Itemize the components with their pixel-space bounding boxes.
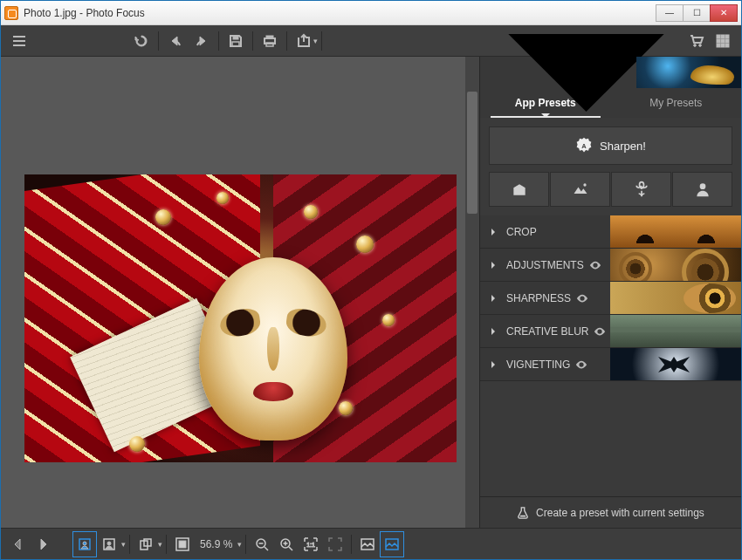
visibility-toggle[interactable] [576, 291, 588, 304]
visibility-toggle[interactable] [589, 258, 601, 271]
rotate-icon [138, 536, 154, 552]
image-icon [360, 536, 375, 552]
panel-vignetting[interactable]: VIGNETTING [480, 348, 741, 381]
svg-rect-15 [725, 44, 729, 47]
print-button[interactable] [257, 28, 283, 54]
svg-rect-18 [520, 187, 522, 188]
store-button[interactable] [684, 28, 710, 54]
grid-button[interactable] [710, 28, 736, 54]
panel-creative-blur-label: CREATIVE BLUR [506, 325, 588, 338]
maximize-button[interactable]: ☐ [683, 4, 711, 22]
portrait-icon [77, 536, 93, 552]
view-mode-b[interactable] [97, 531, 121, 557]
prev-image-button[interactable] [6, 531, 31, 557]
category-portrait[interactable] [672, 172, 732, 207]
tab-my-presets[interactable]: My Presets [611, 88, 742, 118]
undo-button[interactable] [162, 28, 189, 54]
fit-icon [175, 536, 190, 552]
panel-sharpness[interactable]: SHARPNESS [480, 282, 741, 315]
chevron-right-icon [489, 294, 498, 303]
svg-rect-9 [725, 35, 729, 38]
presets-artwork [636, 57, 741, 88]
vertical-scrollbar[interactable] [465, 57, 479, 528]
photo-preview [24, 174, 457, 462]
zoom-value[interactable]: 56.9 % [195, 538, 237, 550]
chevron-right-icon [489, 360, 498, 369]
rotate-button[interactable] [134, 531, 158, 557]
eye-icon [575, 359, 587, 371]
panel-thumb [610, 282, 741, 314]
panel-adjustments[interactable]: ADJUSTMENTS [480, 249, 741, 282]
actual-size-button[interactable]: 1:1 [299, 531, 323, 557]
one-to-one-icon: 1:1 [303, 536, 319, 552]
next-image-button[interactable] [31, 531, 55, 557]
svg-rect-0 [233, 36, 238, 39]
chevron-right-icon [489, 327, 498, 336]
svg-rect-7 [717, 35, 720, 38]
zoom-in-button[interactable] [274, 531, 299, 557]
panel-thumb [610, 215, 741, 248]
create-preset-button[interactable]: Create a preset with current settings [480, 496, 741, 528]
svg-rect-29 [179, 541, 186, 548]
visibility-toggle[interactable] [575, 358, 587, 371]
close-button[interactable]: ✕ [710, 4, 738, 22]
category-architecture[interactable] [489, 172, 549, 207]
presets-header[interactable]: PRESETS [480, 57, 741, 88]
fullscreen-button[interactable] [323, 531, 347, 557]
save-button[interactable] [223, 28, 249, 54]
svg-rect-11 [721, 39, 725, 43]
arrow-right-icon [35, 536, 51, 552]
person-icon [694, 181, 711, 198]
panel-crop[interactable]: CROP [480, 215, 741, 249]
panel-creative-blur[interactable]: CREATIVE BLUR [480, 315, 741, 348]
view-mode-a[interactable] [72, 531, 97, 557]
create-preset-label: Create a preset with current settings [536, 507, 704, 519]
visibility-toggle[interactable] [594, 324, 606, 338]
panel-thumb [610, 315, 741, 347]
svg-point-25 [107, 542, 111, 545]
expand-icon [327, 536, 343, 552]
panel-crop-label: CROP [506, 226, 537, 238]
chevron-down-icon: ▾ [121, 540, 126, 549]
undo-history-button[interactable] [128, 28, 155, 54]
svg-rect-12 [725, 39, 729, 43]
svg-point-23 [83, 542, 86, 545]
preset-categories [489, 172, 732, 207]
building-icon [511, 181, 528, 198]
chevron-down-icon: ▾ [313, 37, 318, 45]
fit-button[interactable] [170, 531, 195, 557]
svg-point-19 [583, 183, 586, 186]
panel-sharpness-label: SHARPNESS [506, 292, 571, 304]
canvas-area [1, 57, 479, 528]
svg-rect-14 [721, 44, 725, 47]
redo-button[interactable] [189, 28, 215, 54]
panel-thumb [610, 249, 741, 281]
chevron-right-icon [489, 261, 498, 270]
chevron-down-icon: ▾ [158, 540, 162, 549]
canvas-viewport[interactable] [1, 57, 479, 528]
side-panel: PRESETS App Presets My Presets A Sharpen… [479, 57, 741, 528]
svg-rect-8 [721, 35, 725, 38]
svg-rect-3 [266, 36, 273, 38]
preset-tabs: App Presets My Presets [480, 88, 741, 118]
category-landscape[interactable] [550, 172, 610, 207]
category-macro[interactable] [611, 172, 671, 207]
flask-icon [517, 507, 529, 519]
compare-before-button[interactable] [355, 531, 380, 557]
svg-rect-13 [717, 44, 720, 47]
tab-app-presets[interactable]: App Presets [480, 88, 611, 118]
app-window: Photo 1.jpg - Photo Focus — ☐ ✕ [0, 0, 742, 560]
panel-vignetting-label: VIGNETTING [506, 359, 570, 371]
arrow-left-icon [10, 536, 26, 552]
image-icon [384, 536, 400, 552]
app-icon [4, 6, 18, 20]
portrait-alt-icon [101, 536, 117, 552]
zoom-out-button[interactable] [250, 531, 274, 557]
svg-point-6 [699, 44, 702, 46]
menu-button[interactable] [6, 28, 32, 54]
zoom-out-icon [254, 536, 270, 552]
svg-rect-1 [232, 42, 239, 46]
zoom-in-icon [278, 536, 294, 552]
svg-rect-17 [516, 187, 518, 188]
compare-after-button[interactable] [380, 531, 404, 557]
